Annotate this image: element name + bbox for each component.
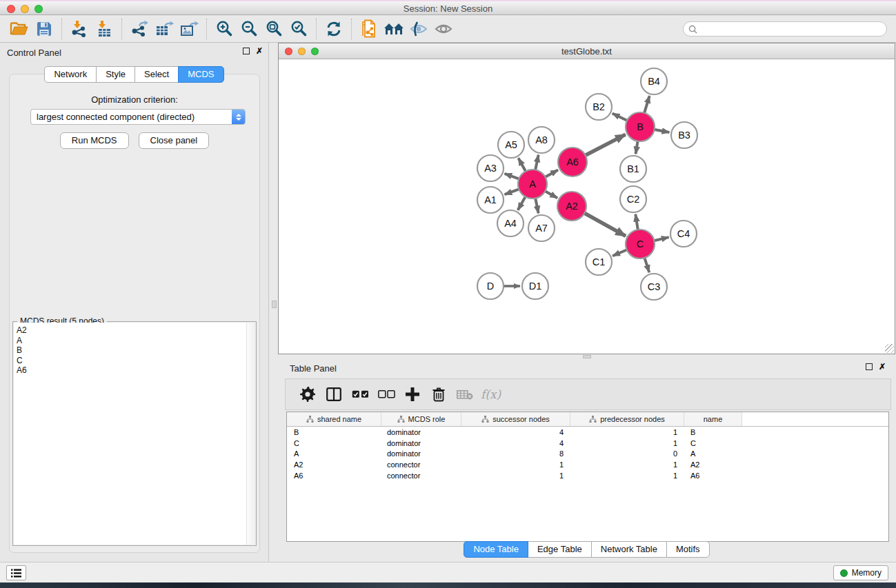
export-image-icon — [180, 20, 199, 38]
zoom-out-button[interactable] — [237, 18, 261, 40]
mcds-result-item[interactable]: C — [14, 356, 255, 366]
node-A2[interactable]: A2 — [557, 192, 586, 221]
search-field[interactable] — [683, 21, 887, 37]
node-A5[interactable]: A5 — [498, 132, 524, 158]
float-panel-icon[interactable] — [243, 48, 250, 54]
close-table-panel-icon[interactable]: ✗ — [879, 363, 886, 370]
node-C1[interactable]: C1 — [586, 249, 612, 275]
node-B2[interactable]: B2 — [586, 94, 612, 120]
network-window-title: testGlobe.txt — [279, 46, 895, 57]
show-panel-list-button[interactable] — [6, 565, 26, 580]
node-C[interactable]: C — [626, 230, 655, 258]
tp-tab-network-table[interactable]: Network Table — [591, 541, 667, 558]
column-header-predecessor-nodes[interactable]: predecessor nodes — [570, 412, 684, 426]
mcds-list-scrollbar[interactable] — [246, 323, 255, 545]
zoom-fit-button[interactable] — [261, 18, 286, 40]
node-B3[interactable]: B3 — [671, 122, 697, 148]
open-session-button[interactable] — [7, 18, 32, 40]
column-header-successor-nodes[interactable]: successor nodes — [461, 412, 570, 426]
close-panel-button[interactable]: Close panel — [139, 132, 210, 149]
node-B4[interactable]: B4 — [641, 68, 667, 94]
node-A4[interactable]: A4 — [497, 210, 524, 236]
zoom-selected-button[interactable] — [286, 18, 311, 40]
criterion-dropdown[interactable]: largest connected component (directed) — [30, 109, 246, 125]
plus-icon — [406, 387, 419, 401]
memory-button[interactable]: Memory — [833, 565, 888, 580]
float-table-panel-icon[interactable] — [866, 363, 873, 370]
tp-tab-motifs[interactable]: Motifs — [666, 541, 710, 558]
desktop-background — [0, 582, 896, 588]
node-C4[interactable]: C4 — [670, 221, 697, 247]
search-input[interactable] — [697, 24, 886, 34]
node-label: B — [637, 121, 644, 132]
network-view-window: testGlobe.txt AA1A2A3A4A5A6A7A8BB1B2B3B4… — [278, 43, 895, 354]
close-panel-icon[interactable]: ✗ — [256, 48, 263, 54]
mcds-result-item[interactable]: A2 — [14, 325, 255, 336]
mcds-result-item[interactable]: B — [14, 345, 255, 356]
node-A1[interactable]: A1 — [477, 187, 504, 213]
create-column-button[interactable] — [399, 382, 426, 407]
column-header-shared-name[interactable]: shared name — [287, 412, 381, 426]
show-graphics-details-button[interactable] — [431, 18, 456, 40]
node-label: C2 — [627, 194, 640, 205]
node-C3[interactable]: C3 — [641, 274, 667, 300]
zoom-out-icon — [240, 20, 258, 38]
tp-tab-edge-table[interactable]: Edge Table — [528, 541, 592, 558]
node-label: B2 — [593, 101, 605, 112]
table-row[interactable]: Cdominator41C — [287, 438, 888, 449]
function-builder-button[interactable]: f(x) — [478, 387, 501, 401]
export-table-button[interactable] — [152, 18, 177, 40]
delete-column-button[interactable] — [426, 382, 452, 407]
cp-tab-network[interactable]: Network — [44, 66, 97, 83]
node-A6[interactable]: A6 — [558, 148, 587, 176]
table-panel-title: Table Panel — [290, 363, 337, 374]
run-mcds-button[interactable]: Run MCDS — [60, 132, 129, 149]
node-C2[interactable]: C2 — [620, 186, 646, 212]
mcds-result-item[interactable]: A — [14, 336, 255, 346]
export-image-button[interactable] — [177, 18, 201, 40]
split-panel-button[interactable] — [321, 382, 347, 407]
table-cell: A — [684, 449, 742, 458]
node-B[interactable]: B — [626, 112, 655, 141]
node-A7[interactable]: A7 — [528, 215, 555, 241]
node-label: A1 — [484, 194, 497, 205]
node-A[interactable]: A — [518, 170, 547, 199]
column-header-name[interactable]: name — [684, 412, 742, 426]
cp-tab-mcds[interactable]: MCDS — [178, 66, 223, 83]
table-row[interactable]: Bdominator41B — [287, 427, 888, 438]
import-table-button[interactable] — [92, 18, 117, 40]
table-row[interactable]: Adominator80A — [287, 449, 888, 460]
new-network-from-file-button[interactable] — [357, 18, 381, 40]
table-row[interactable]: A2connector11A2 — [287, 459, 888, 470]
import-network-button[interactable] — [67, 18, 92, 40]
show-home-button[interactable] — [381, 18, 406, 40]
cp-tab-style[interactable]: Style — [96, 66, 135, 83]
window-resize-grip-icon[interactable] — [885, 344, 894, 353]
node-D1[interactable]: D1 — [522, 273, 548, 299]
unselect-all-columns-button[interactable] — [373, 382, 399, 407]
refresh-network-button[interactable] — [321, 18, 346, 40]
vertical-splitter-grip[interactable] — [272, 301, 277, 308]
export-network-button[interactable] — [127, 18, 152, 40]
table-row[interactable]: A6connector11A6 — [287, 470, 888, 481]
hide-graphics-details-button[interactable] — [406, 18, 431, 40]
table-panel-tabs: Node TableEdge TableNetwork TableMotifs — [278, 541, 895, 558]
houses-icon — [384, 21, 404, 37]
node-D[interactable]: D — [477, 273, 504, 299]
column-header-mcds-role[interactable]: MCDS role — [381, 412, 461, 426]
eye-slash-icon — [409, 21, 428, 37]
node-A8[interactable]: A8 — [528, 127, 555, 153]
node-B1[interactable]: B1 — [620, 156, 646, 182]
zoom-in-button[interactable] — [212, 18, 237, 40]
list-icon — [11, 569, 21, 578]
network-canvas[interactable]: AA1A2A3A4A5A6A7A8BB1B2B3B4CC1C2C3C4DD1 — [279, 59, 895, 354]
mcds-result-item[interactable]: A6 — [14, 365, 255, 376]
save-session-button[interactable] — [32, 18, 57, 40]
node-A3[interactable]: A3 — [477, 155, 504, 181]
cp-tab-select[interactable]: Select — [135, 66, 179, 83]
select-all-columns-button[interactable] — [347, 382, 373, 407]
delete-table-button[interactable] — [452, 382, 478, 407]
tp-tab-node-table[interactable]: Node Table — [464, 541, 528, 558]
table-cell: dominator — [381, 439, 461, 447]
table-settings-button[interactable] — [295, 382, 321, 407]
